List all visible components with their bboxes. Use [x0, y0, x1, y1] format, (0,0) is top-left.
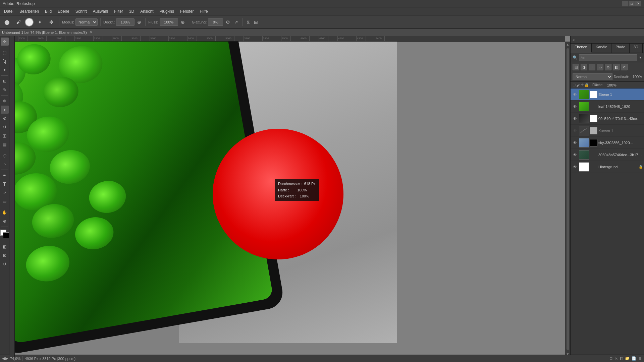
panel-search-dropdown[interactable]: ▼ — [639, 56, 642, 59]
blend-mode-select[interactable]: Normal — [573, 73, 612, 80]
brush-tool[interactable]: ⬤ — [2, 17, 12, 27]
status-icon-1[interactable]: ⊡ — [609, 356, 612, 361]
clone-tool[interactable]: ⊙ — [1, 114, 9, 122]
lock-all-icon[interactable]: 🔒 — [584, 83, 589, 87]
tab-ebenen[interactable]: Ebenen — [571, 44, 592, 53]
brush-option-tool[interactable]: 🖌 — [13, 17, 23, 27]
menu-item-fenster[interactable]: Fenster — [177, 8, 197, 14]
status-icon-6[interactable]: 🗑 — [638, 356, 642, 361]
move-tool[interactable]: ✛ — [1, 38, 9, 46]
menu-item-filter[interactable]: Filter — [111, 8, 126, 14]
menu-item-schrift[interactable]: Schrift — [73, 8, 90, 14]
layer-visibility-0[interactable]: 👁 — [572, 92, 578, 98]
brush-swatch[interactable] — [25, 18, 34, 26]
layer-row[interactable]: 👁 sky-3302856_1920... — [571, 137, 644, 149]
tab-pfade[interactable]: Pfade — [611, 44, 630, 53]
dodge-tool[interactable]: ○ — [1, 160, 9, 168]
layer-row[interactable]: 👁 09c540e4f70d13...43ce46bd18f3f2 — [571, 113, 644, 125]
rotate-view-tool[interactable]: ↺ — [1, 260, 9, 268]
fluss-icon[interactable]: ⊕ — [179, 19, 186, 25]
menu-item-plug-ins[interactable]: Plug-ins — [157, 8, 177, 14]
filter-reset-btn[interactable]: ↺ — [621, 64, 628, 70]
blur-tool[interactable]: ◌ — [1, 152, 9, 160]
lasso-tool[interactable]: ʮ — [1, 57, 9, 65]
layer-row[interactable]: 👁 Hintergrund 🔒 — [571, 161, 644, 173]
brush-alt-tool[interactable]: ✦ — [35, 17, 45, 27]
layer-visibility-4[interactable]: 👁 — [572, 140, 578, 146]
vscroll-up-arrow[interactable]: ▲ — [565, 42, 571, 47]
vscroll-thumb[interactable] — [567, 48, 569, 350]
glattung-input[interactable] — [208, 18, 223, 26]
brush-mode-tool[interactable]: ✤ — [46, 17, 56, 27]
extra-icon[interactable]: ⊞ — [253, 19, 259, 25]
magic-wand-tool[interactable]: ✦ — [1, 66, 9, 74]
deckraft-icon[interactable]: ⊕ — [136, 19, 143, 25]
menu-item-datei[interactable]: Datei — [1, 8, 16, 14]
selection-tool[interactable]: ⬚ — [1, 49, 9, 57]
status-arrow-right[interactable]: ▶ — [5, 356, 8, 361]
status-icon-3[interactable]: ◧ — [620, 356, 623, 361]
lock-position-icon[interactable]: ✛ — [581, 83, 584, 87]
filter-smart-btn[interactable]: ⊙ — [605, 64, 611, 70]
background-color[interactable] — [3, 232, 9, 238]
modus-select[interactable]: Normal — [75, 18, 98, 26]
heal-tool[interactable]: ⊕ — [1, 97, 9, 105]
status-arrows[interactable]: ◀ ▶ — [2, 356, 8, 361]
menu-item-auswahl[interactable]: Auswahl — [90, 8, 111, 14]
maximize-button[interactable]: □ — [629, 1, 635, 6]
eyedropper-tool[interactable]: ✎ — [1, 86, 9, 94]
layer-visibility-1[interactable]: 👁 — [572, 104, 578, 110]
zoom-tool[interactable]: ⊕ — [1, 217, 9, 225]
menu-item-ansicht[interactable]: Ansicht — [138, 8, 156, 14]
panel-collapse-icon[interactable]: « — [573, 38, 575, 42]
layer-row[interactable]: 👁 Kurven 1 — [571, 125, 644, 137]
layer-visibility-2[interactable]: 👁 — [572, 116, 578, 122]
symmetry-icon[interactable]: ⧖ — [245, 18, 251, 25]
minimize-button[interactable]: — — [622, 1, 628, 6]
filter-mask-btn[interactable]: ◧ — [613, 64, 620, 70]
angle-icon[interactable]: ↗ — [233, 19, 239, 25]
menu-item-hilfe[interactable]: Hilfe — [197, 8, 211, 14]
status-icon-2[interactable]: fx — [614, 356, 618, 361]
layer-visibility-6[interactable]: 👁 — [572, 164, 578, 170]
deckraft-input[interactable] — [116, 18, 135, 26]
brush-left-tool[interactable]: ● — [1, 106, 9, 114]
filter-adjust-btn[interactable]: ◑ — [581, 64, 587, 70]
text-tool[interactable]: T — [1, 180, 9, 188]
layer-visibility-3[interactable]: 👁 — [572, 128, 578, 134]
layer-search-input[interactable] — [579, 54, 637, 61]
layer-row[interactable]: 👁 leaf-1482948_1920 — [571, 101, 644, 113]
tab-3d[interactable]: 3D — [630, 44, 643, 53]
tab-kanaele[interactable]: Kanäle — [592, 44, 611, 53]
gradient-tool[interactable]: ▤ — [1, 140, 9, 148]
vscrollbar[interactable]: ▲ ▼ — [565, 42, 570, 357]
crop-tool[interactable]: ⊡ — [1, 77, 9, 85]
screen-mode-tool[interactable]: ⊠ — [1, 251, 9, 259]
menu-item-ebene[interactable]: Ebene — [55, 8, 72, 14]
hand-tool[interactable]: ✋ — [1, 208, 9, 217]
glattung-icon[interactable]: ⚙ — [224, 19, 231, 25]
status-icon-5[interactable]: 📄 — [632, 356, 636, 361]
menu-item-bearbeiten[interactable]: Bearbeiten — [17, 8, 42, 14]
mask-mode-tool[interactable]: ◧ — [1, 243, 9, 251]
layer-row[interactable]: 👁 Ebene 1 — [571, 88, 644, 101]
filter-shape-btn[interactable]: ▭ — [597, 64, 603, 70]
shape-tool[interactable]: ▭ — [1, 197, 9, 205]
filter-type-btn[interactable]: T — [589, 64, 595, 70]
fluss-input[interactable] — [160, 18, 178, 26]
doc-tab-close[interactable]: ✕ — [90, 30, 93, 35]
eraser-tool[interactable]: ◫ — [1, 132, 9, 140]
path-tool[interactable]: ↗ — [1, 189, 9, 197]
close-button[interactable]: ✕ — [635, 1, 641, 6]
menu-item-bild[interactable]: Bild — [42, 8, 54, 14]
status-arrow-left[interactable]: ◀ — [2, 356, 5, 361]
layer-visibility-5[interactable]: 👁 — [572, 152, 578, 158]
history-brush-tool[interactable]: ↺ — [1, 123, 9, 131]
status-icon-4[interactable]: 📁 — [625, 356, 630, 361]
layer-row[interactable]: 👁 306048a5746dec...3b172fb3a6c08 — [571, 149, 644, 161]
menu-item-3d[interactable]: 3D — [126, 8, 137, 14]
pen-tool[interactable]: ✒ — [1, 171, 9, 179]
lock-transparent-icon[interactable]: ⊡ — [573, 83, 576, 87]
lock-pixels-icon[interactable]: 🖌 — [576, 83, 580, 87]
filter-pixel-btn[interactable]: ▤ — [573, 64, 579, 70]
